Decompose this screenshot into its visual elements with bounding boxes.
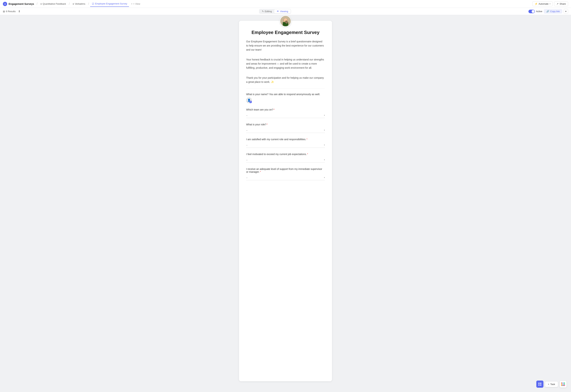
- chevron-down-icon-satisfaction: ▾: [324, 144, 325, 146]
- grid-icon: ⊞: [3, 10, 5, 13]
- field-label-support: I receive an adequate level of support f…: [246, 168, 325, 173]
- person-picker: 👤 +: [246, 98, 325, 103]
- active-toggle-group: Active: [528, 10, 542, 13]
- bottom-buttons: + Task: [536, 380, 567, 388]
- lightning-icon: ⚡: [535, 2, 538, 5]
- more-options-button[interactable]: ▾: [564, 9, 568, 14]
- active-label: Active: [536, 10, 542, 13]
- motivated-select-value: –: [246, 158, 248, 161]
- app-dot-7: [561, 385, 562, 386]
- app-dot-3: [564, 382, 565, 383]
- link-icon: 🔗: [546, 10, 549, 13]
- survey-desc-3: Thank you for your participation and for…: [246, 76, 325, 84]
- eye-icon: 👁: [277, 10, 279, 13]
- tab-label-survey: Employee Engagement Survey: [95, 2, 127, 5]
- chevron-down-icon-motivated: ▾: [324, 159, 325, 161]
- edit-view-toggle: ✎ Editing 👁 Viewing: [259, 9, 291, 14]
- bottom-grid-button[interactable]: [536, 380, 543, 388]
- field-name: What is your name? You are able to respo…: [246, 93, 325, 103]
- motivated-select[interactable]: – ▾: [246, 157, 325, 163]
- automate-button[interactable]: ⚡ Automate ▾: [532, 1, 553, 6]
- app-dot-8: [563, 385, 563, 386]
- viewing-toggle-button[interactable]: 👁 Viewing: [274, 9, 290, 14]
- results-count-label: 6 Results: [6, 10, 15, 13]
- app-dot-2: [563, 382, 563, 383]
- tab-quantitative-feedback[interactable]: ≡ Quantitative Feedback: [39, 1, 68, 7]
- field-label-name: What is your name? You are able to respo…: [246, 93, 325, 96]
- share-button[interactable]: ↗ Share: [554, 1, 568, 6]
- field-support: I receive an adequate level of support f…: [246, 168, 325, 180]
- download-button[interactable]: ⬇: [17, 9, 21, 14]
- satisfaction-select[interactable]: – ▾: [246, 142, 325, 148]
- toolbar-left: ⊞ 6 Results ⬇: [3, 9, 21, 14]
- add-view-button[interactable]: + + View: [130, 2, 142, 6]
- toolbar-right: Active 🔗 Copy link ▾: [528, 9, 568, 14]
- view-label: + View: [133, 2, 140, 5]
- role-select[interactable]: – ▾: [246, 128, 325, 133]
- toolbar-center: ✎ Editing 👁 Viewing: [21, 9, 528, 14]
- nav-separator-3: /: [88, 2, 89, 6]
- bottom-task-button[interactable]: + Task: [545, 381, 558, 387]
- list-icon: ≡: [40, 2, 42, 5]
- task-label: Task: [550, 383, 555, 386]
- pencil-icon: ✎: [262, 10, 264, 13]
- chevron-down-icon-support: ▾: [324, 177, 325, 179]
- plus-icon: +: [131, 2, 133, 5]
- main-content: Employee Engagement Survey Our Employee …: [0, 15, 571, 392]
- viewing-label: Viewing: [280, 10, 288, 13]
- results-count-badge: ⊞ 6 Results: [3, 10, 15, 13]
- chevron-down-icon: ▾: [550, 3, 550, 5]
- app-dot-5: [563, 384, 563, 385]
- brand-name: Engagement Surveys: [9, 2, 34, 5]
- copy-link-label: Copy link: [550, 10, 560, 13]
- field-motivated: I feel motivated to exceed my current jo…: [246, 153, 325, 163]
- app-dot-4: [561, 384, 562, 385]
- chevron-down-icon-team: ▾: [324, 114, 325, 116]
- satisfaction-select-value: –: [246, 144, 248, 146]
- survey-avatar: [280, 15, 291, 27]
- role-select-value: –: [246, 129, 248, 132]
- add-person-icon: +: [249, 101, 252, 103]
- field-label-motivated: I feel motivated to exceed my current jo…: [246, 153, 325, 155]
- survey-description-block: Our Employee Engagement Survey is a brie…: [246, 40, 325, 84]
- top-navigation: ● Engagement Surveys / ≡ Quantitative Fe…: [0, 0, 571, 8]
- field-satisfaction: I am satisfied with my current role and …: [246, 138, 325, 148]
- tab-label: Quantitative Feedback: [43, 2, 66, 5]
- svg-rect-7: [538, 384, 540, 386]
- support-select-value: –: [246, 176, 248, 179]
- svg-rect-5: [538, 383, 540, 384]
- tab-employee-survey[interactable]: ☑ Employee Engagement Survey: [90, 1, 129, 7]
- apps-grid: [561, 382, 565, 386]
- survey-icon: ☑: [92, 2, 94, 5]
- nav-right-actions: ⚡ Automate ▾ ↗ Share: [532, 1, 568, 6]
- survey-desc-2: Your honest feedback is crucial in helpi…: [246, 57, 325, 70]
- share-label: Share: [559, 2, 566, 5]
- svg-rect-6: [540, 383, 541, 384]
- app-dot-1: [561, 382, 562, 383]
- survey-title: Employee Engagement Survey: [246, 30, 325, 35]
- team-select-value: –: [246, 114, 248, 117]
- support-select[interactable]: – ▾: [246, 175, 325, 180]
- survey-body: Employee Engagement Survey Our Employee …: [239, 30, 332, 180]
- field-role: What is your role? – ▾: [246, 123, 325, 133]
- nav-separator-2: /: [69, 2, 70, 6]
- team-select[interactable]: – ▾: [246, 113, 325, 118]
- survey-card: Employee Engagement Survey Our Employee …: [239, 21, 332, 381]
- plus-icon-task: +: [548, 383, 549, 386]
- field-label-satisfaction: I am satisfied with my current role and …: [246, 138, 325, 141]
- editing-label: Editing: [265, 10, 272, 13]
- nav-separator: /: [37, 2, 37, 6]
- app-icon: ●: [3, 2, 7, 6]
- person-avatar-add[interactable]: 👤 +: [246, 98, 252, 103]
- copy-link-button[interactable]: 🔗 Copy link: [544, 9, 562, 14]
- tab-verbatims[interactable]: ≡ Verbatims: [71, 1, 87, 7]
- app-dot-6: [564, 384, 565, 385]
- editing-toggle-button[interactable]: ✎ Editing: [259, 9, 274, 14]
- active-toggle-switch[interactable]: [528, 10, 535, 13]
- survey-desc-1: Our Employee Engagement Survey is a brie…: [246, 40, 325, 52]
- bottom-apps-button[interactable]: [559, 380, 567, 388]
- field-label-role: What is your role?: [246, 123, 325, 126]
- list-icon-2: ≡: [73, 2, 74, 5]
- chevron-down-icon-role: ▾: [324, 129, 325, 131]
- field-team: Which team are you on? – ▾: [246, 108, 325, 118]
